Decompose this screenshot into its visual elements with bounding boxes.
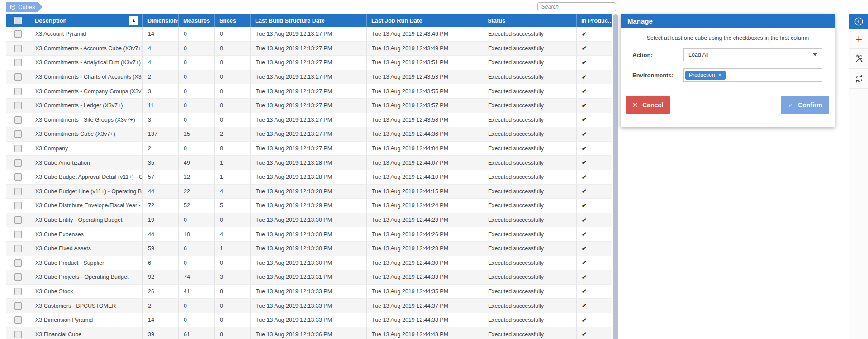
table-row[interactable]: X3 Commitments Cube (X3v7+) 137 15 2 Tue… [6, 127, 612, 142]
cell-last-build-date: Tue 13 Aug 2019 12:13:30 PM [251, 213, 367, 227]
row-checkbox-cell [6, 213, 30, 227]
tools-button[interactable] [849, 49, 868, 69]
table-row[interactable]: X3 Commitments - Accounts Cube (X3v7+) 4… [6, 42, 612, 56]
row-checkbox[interactable] [14, 302, 22, 310]
cell-dimensions: 44 [143, 227, 179, 241]
table-row[interactable]: X3 Cube Budget Approval Detail (v11+) - … [6, 170, 612, 185]
row-checkbox[interactable] [14, 231, 22, 238]
row-checkbox[interactable] [14, 116, 22, 124]
add-button[interactable]: + [849, 29, 868, 49]
table-row[interactable]: X3 Cube Budget Line (v11+) - Operating B… [6, 185, 612, 199]
confirm-button[interactable]: ✓ Confirm [781, 96, 829, 114]
table-row[interactable]: X3 Cube Fixed Assets 59 6 1 Tue 13 Aug 2… [6, 242, 612, 256]
table-row[interactable]: X3 Commitments - Analytical Dim (X3v7+) … [6, 56, 612, 70]
in-production-check-icon: ✔ [577, 199, 612, 213]
column-header-in-production[interactable]: In Produc... [577, 14, 612, 27]
select-all-checkbox[interactable] [14, 17, 22, 24]
table-row[interactable]: X3 Cube Expenses 44 10 4 Tue 13 Aug 2019… [6, 227, 612, 242]
cell-status: Executed successfully [483, 42, 577, 56]
row-checkbox[interactable] [14, 45, 22, 52]
cell-description: X3 Commitments - Ledger (X3v7+) [30, 99, 143, 113]
row-checkbox[interactable] [14, 130, 22, 138]
cell-dimensions: 4 [143, 42, 179, 56]
cell-description: X3 Dimension Pyramid [30, 313, 143, 327]
cell-last-build-date: Tue 13 Aug 2019 12:13:27 PM [251, 70, 367, 84]
in-production-check-icon: ✔ [577, 227, 612, 241]
row-checkbox[interactable] [14, 202, 22, 209]
cell-status: Executed successfully [483, 313, 577, 327]
in-production-check-icon: ✔ [577, 313, 612, 327]
in-production-check-icon: ✔ [577, 113, 612, 127]
table-row[interactable]: X3 Customers - BPCUSTOMER 2 0 0 Tue 13 A… [6, 299, 612, 313]
column-header-description[interactable]: Description ▲ [30, 14, 143, 27]
action-select[interactable]: Load All [683, 48, 822, 61]
table-row[interactable]: X3 Commitments - Site Groups (X3v7+) 3 0… [6, 113, 612, 128]
column-header-last-build-date[interactable]: Last Build Structure Date [251, 14, 367, 27]
cell-description: X3 Cube Budget Line (v11+) - Operating B… [30, 185, 143, 199]
row-checkbox-cell [6, 242, 30, 256]
row-checkbox[interactable] [14, 216, 22, 224]
row-checkbox-cell [6, 42, 30, 56]
in-production-check-icon: ✔ [577, 156, 612, 170]
row-checkbox[interactable] [14, 259, 22, 267]
row-checkbox[interactable] [14, 273, 22, 281]
row-checkbox[interactable] [14, 145, 22, 152]
table-row[interactable]: X3 Cube Amortization 35 49 1 Tue 13 Aug … [6, 156, 612, 170]
row-checkbox[interactable] [14, 102, 22, 109]
cell-last-job-date: Tue 13 Aug 2019 12:44:26 PM [367, 227, 483, 241]
refresh-button[interactable] [849, 69, 868, 89]
row-checkbox[interactable] [14, 30, 22, 38]
column-header-slices[interactable]: Slices [215, 14, 251, 27]
panel-instruction: Select at least one cube using the check… [626, 35, 830, 41]
cell-last-job-date: Tue 13 Aug 2019 12:43:46 PM [367, 27, 483, 41]
row-checkbox[interactable] [14, 73, 22, 81]
cell-description: X3 Account Pyramid [30, 27, 143, 41]
environments-input[interactable]: Production✕ [683, 68, 822, 82]
cell-slices: 1 [215, 156, 251, 170]
row-checkbox-cell [6, 70, 30, 84]
column-header-measures[interactable]: Measures [179, 14, 215, 27]
cell-dimensions: 44 [143, 185, 179, 199]
cell-slices: 0 [215, 213, 251, 227]
table-row[interactable]: X3 Commitments - Ledger (X3v7+) 11 0 0 T… [6, 99, 612, 113]
table-row[interactable]: X3 Cube Projects - Operating Budget 92 7… [6, 270, 612, 285]
table-row[interactable]: X3 Cube Entity - Operating Budget 19 0 0… [6, 213, 612, 228]
column-header-dimensions[interactable]: Dimensions [143, 14, 179, 27]
row-checkbox[interactable] [14, 159, 22, 167]
row-checkbox[interactable] [14, 331, 22, 338]
cell-slices: 0 [215, 27, 251, 41]
cancel-button[interactable]: ✕ Cancel [626, 96, 670, 114]
table-row[interactable]: X3 Dimension Pyramid 14 0 0 Tue 13 Aug 2… [6, 313, 612, 328]
cell-last-build-date: Tue 13 Aug 2019 12:13:27 PM [251, 99, 367, 113]
tab-cubes[interactable]: Cubes [6, 2, 43, 12]
in-production-check-icon: ✔ [577, 213, 612, 227]
cell-description: X3 Cube Budget Approval Detail (v11+) - … [30, 170, 143, 184]
table-row[interactable]: X3 Commitments - Company Groups (X3v7+) … [6, 84, 612, 99]
cell-last-job-date: Tue 13 Aug 2019 12:44:10 PM [367, 170, 483, 184]
table-row[interactable]: X3 Cube Product - Supplier 6 0 0 Tue 13 … [6, 256, 612, 271]
search-input[interactable] [537, 2, 616, 11]
cell-status: Executed successfully [483, 113, 577, 127]
column-header-last-job-date[interactable]: Last Job Run Date [367, 14, 483, 27]
column-header-status[interactable]: Status [483, 14, 577, 27]
table-row[interactable]: X3 Financial Cube 39 61 8 Tue 13 Aug 201… [6, 327, 612, 339]
row-checkbox-cell [6, 27, 30, 41]
collapse-panel-button[interactable] [849, 14, 868, 29]
table-row[interactable]: X3 Account Pyramid 14 0 0 Tue 13 Aug 201… [6, 27, 612, 42]
row-checkbox[interactable] [14, 316, 22, 324]
cell-slices: 5 [215, 199, 251, 213]
table-row[interactable]: X3 Cube Distribute Envelope/Fiscal Year … [6, 199, 612, 213]
row-checkbox[interactable] [14, 288, 22, 295]
table-row[interactable]: X3 Cube Stock 26 41 8 Tue 13 Aug 2019 12… [6, 285, 612, 299]
row-checkbox[interactable] [14, 188, 22, 195]
table-scrollbar[interactable] [613, 14, 618, 339]
row-checkbox[interactable] [14, 59, 22, 66]
sort-ascending-icon: ▲ [129, 16, 138, 25]
table-row[interactable]: X3 Commitments - Charts of Accounts (X3v… [6, 70, 612, 85]
table-row[interactable]: X3 Company 2 0 0 Tue 13 Aug 2019 12:13:2… [6, 142, 612, 156]
chip-remove-icon[interactable]: ✕ [718, 73, 721, 77]
row-checkbox[interactable] [14, 245, 22, 252]
row-checkbox[interactable] [14, 173, 22, 181]
cell-last-build-date: Tue 13 Aug 2019 12:13:30 PM [251, 242, 367, 256]
row-checkbox[interactable] [14, 88, 22, 95]
